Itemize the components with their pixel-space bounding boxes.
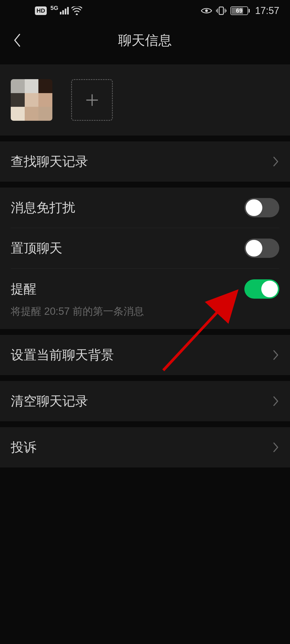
clock: 17:57	[255, 5, 279, 16]
eye-icon	[201, 7, 212, 14]
status-right: 69 17:57	[201, 5, 279, 16]
wifi-icon	[71, 6, 82, 15]
report-section: 投诉	[0, 427, 290, 467]
header: 聊天信息	[0, 21, 290, 59]
remind-row: 提醒 将提醒 20:57 前的第一条消息	[0, 269, 290, 329]
back-button[interactable]	[11, 34, 24, 47]
background-label: 设置当前聊天背景	[11, 346, 114, 364]
network-type: 5G	[50, 5, 58, 12]
toggles-section: 消息免打扰 置顶聊天 提醒 将提醒 20:57 前的第一条消息	[0, 188, 290, 329]
remind-toggle[interactable]	[244, 279, 279, 299]
mute-toggle[interactable]	[244, 198, 279, 217]
search-history-row[interactable]: 查找聊天记录	[0, 141, 290, 182]
remind-subtitle: 将提醒 20:57 前的第一条消息	[11, 305, 279, 318]
chevron-right-icon	[273, 396, 279, 407]
page-title: 聊天信息	[118, 31, 172, 49]
members-section	[0, 64, 290, 136]
clear-section: 清空聊天记录	[0, 381, 290, 421]
pin-row: 置顶聊天	[0, 228, 290, 268]
battery-icon: 69	[230, 6, 250, 15]
vibrate-icon	[216, 6, 227, 16]
add-member-button[interactable]	[71, 79, 113, 121]
search-section: 查找聊天记录	[0, 141, 290, 182]
chevron-right-icon	[273, 156, 279, 167]
chevron-right-icon	[273, 442, 279, 453]
remind-label: 提醒	[11, 280, 37, 298]
search-history-label: 查找聊天记录	[11, 153, 88, 170]
background-row[interactable]: 设置当前聊天背景	[0, 335, 290, 375]
pin-toggle[interactable]	[244, 239, 279, 258]
clear-label: 清空聊天记录	[11, 393, 88, 410]
report-row[interactable]: 投诉	[0, 427, 290, 467]
status-left: HD 5G	[35, 5, 82, 17]
status-bar: HD 5G 69 17:57	[0, 0, 290, 21]
chevron-right-icon	[273, 350, 279, 360]
svg-rect-1	[219, 7, 223, 14]
background-section: 设置当前聊天背景	[0, 335, 290, 375]
pin-label: 置顶聊天	[11, 240, 62, 257]
hd-badge: HD	[35, 6, 47, 15]
mute-row: 消息免打扰	[0, 188, 290, 228]
clear-row[interactable]: 清空聊天记录	[0, 381, 290, 421]
member-avatar[interactable]	[11, 79, 52, 121]
signal-icon	[60, 7, 69, 14]
report-label: 投诉	[11, 439, 37, 456]
svg-point-0	[205, 9, 208, 12]
mute-label: 消息免打扰	[11, 199, 75, 216]
